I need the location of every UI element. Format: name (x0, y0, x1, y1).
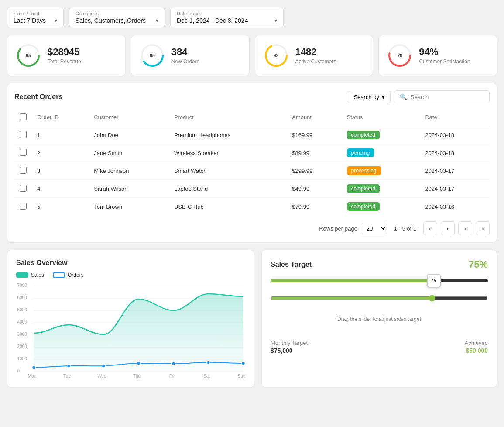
cell-amount: $89.99 (287, 144, 341, 162)
cell-product: Smart Watch (169, 162, 287, 180)
first-page-button[interactable]: « (423, 221, 437, 235)
rows-per-page-label: Rows per page (319, 225, 357, 232)
cell-product: Wireless Speaker (169, 144, 287, 162)
chart-legend: Sales Orders (16, 272, 245, 278)
sales-overview-section: Sales Overview Sales Orders 7000 6000 50… (7, 250, 254, 388)
row-checkbox[interactable] (20, 185, 27, 192)
sales-chart-svg: 7000 6000 5000 4000 3000 2000 1000 0 (16, 282, 245, 379)
col-amount: Amount (287, 109, 341, 126)
col-status: Status (342, 109, 420, 126)
prev-page-button[interactable]: ‹ (441, 221, 455, 235)
search-by-label: Search by (353, 94, 379, 100)
svg-point-30 (242, 362, 245, 365)
stat-card-orders: 65 384 New Orders (131, 35, 250, 76)
svg-point-26 (102, 364, 106, 368)
cell-date: 2024-03-18 (420, 126, 490, 144)
filters-bar: Time Period Last 7 Days ▾ Categories Sal… (7, 7, 497, 28)
pagination-info: 1 - 5 of 1 (394, 225, 416, 232)
time-period-chevron-icon: ▾ (55, 17, 57, 24)
table-row: 2 Jane Smith Wireless Speaker $89.99 pen… (14, 144, 490, 162)
cell-amount: $299.99 (287, 162, 341, 180)
cell-amount: $169.99 (287, 126, 341, 144)
rows-per-page-select[interactable]: 20 50 100 (361, 223, 387, 234)
stat-info-orders: 384 New Orders (171, 46, 199, 65)
status-badge: processing (347, 166, 381, 175)
cell-customer: Jane Smith (89, 144, 169, 162)
table-row: 3 Mike Johnson Smart Watch $299.99 proce… (14, 162, 490, 180)
donut-label-customers: 92 (273, 53, 278, 58)
date-range-value: Dec 1, 2024 - Dec 8, 2024 ▾ (177, 17, 277, 24)
cell-customer: Mike Johnson (89, 162, 169, 180)
sales-target-slider[interactable] (271, 295, 488, 302)
donut-label-revenue: 85 (26, 53, 31, 58)
legend-sales: Sales (16, 272, 44, 278)
svg-text:Sat: Sat (203, 374, 210, 379)
next-page-button[interactable]: › (458, 221, 472, 235)
select-all-checkbox[interactable] (20, 113, 27, 120)
stat-info-customers: 1482 Active Customers (295, 46, 336, 65)
cell-status: processing (342, 162, 420, 180)
donut-satisfaction: 78 (387, 43, 412, 68)
cell-status: completed (342, 180, 420, 198)
legend-sales-label: Sales (31, 272, 44, 278)
svg-text:Fri: Fri (169, 374, 175, 379)
monthly-target-item: Monthly Target $75,000 (271, 340, 308, 354)
svg-text:Thu: Thu (133, 374, 141, 379)
achieved-item: Achieved $50,000 (465, 340, 488, 354)
row-checkbox[interactable] (20, 167, 27, 174)
time-period-label: Time Period (14, 11, 57, 16)
svg-text:Wed: Wed (97, 374, 106, 379)
search-by-button[interactable]: Search by ▾ (348, 91, 391, 103)
slider-track: 75 (271, 279, 488, 282)
cell-status: pending (342, 144, 420, 162)
monthly-target-label: Monthly Target (271, 340, 308, 346)
svg-text:6000: 6000 (17, 295, 27, 300)
svg-text:4000: 4000 (17, 320, 27, 324)
stat-desc-revenue: Total Revenue (48, 59, 81, 65)
svg-text:7000: 7000 (17, 283, 27, 288)
legend-orders-icon (53, 272, 65, 278)
date-range-filter[interactable]: Date Range Dec 1, 2024 - Dec 8, 2024 ▾ (170, 7, 284, 28)
pagination: Rows per page 20 50 100 1 - 5 of 1 « ‹ ›… (14, 221, 490, 235)
target-footer: Monthly Target $75,000 Achieved $50,000 (271, 340, 488, 354)
svg-text:Mon: Mon (28, 374, 36, 379)
date-range-label: Date Range (177, 11, 277, 16)
legend-orders: Orders (53, 272, 84, 278)
categories-filter[interactable]: Categories Sales, Customers, Orders ▾ (69, 7, 165, 28)
search-input[interactable] (411, 94, 484, 100)
time-period-filter[interactable]: Time Period Last 7 Days ▾ (7, 7, 64, 28)
cell-order-id: 2 (32, 144, 89, 162)
time-period-value: Last 7 Days ▾ (14, 17, 57, 24)
stat-desc-satisfaction: Customer Satisfaction (419, 59, 470, 65)
svg-text:Tue: Tue (63, 374, 71, 379)
last-page-button[interactable]: » (476, 221, 490, 235)
stat-card-satisfaction: 78 94% Customer Satisfaction (378, 35, 497, 76)
cell-product: Premium Headphones (169, 126, 287, 144)
sales-overview-title: Sales Overview (16, 259, 245, 267)
stat-value-orders: 384 (171, 46, 199, 58)
col-customer: Customer (89, 109, 169, 126)
table-row: 1 John Doe Premium Headphones $169.99 co… (14, 126, 490, 144)
slider-value: 75 (431, 278, 436, 284)
cell-customer: Sarah Wilson (89, 180, 169, 198)
svg-point-25 (67, 364, 71, 368)
cell-date: 2024-03-16 (420, 198, 490, 216)
slider-fill (271, 279, 434, 282)
donut-orders: 65 (140, 43, 165, 68)
row-checkbox[interactable] (20, 203, 27, 210)
cell-product: USB-C Hub (169, 198, 287, 216)
row-checkbox[interactable] (20, 131, 27, 138)
date-range-chevron-icon: ▾ (274, 17, 277, 24)
donut-label-satisfaction: 78 (397, 53, 402, 58)
bottom-row: Sales Overview Sales Orders 7000 6000 50… (7, 250, 497, 388)
donut-revenue: 85 (16, 43, 41, 68)
slider-thumb-wrap: 75 (427, 274, 441, 288)
cell-order-id: 4 (32, 180, 89, 198)
row-checkbox[interactable] (20, 149, 27, 156)
cell-status: completed (342, 198, 420, 216)
status-badge: completed (347, 131, 380, 139)
slider-thumb[interactable]: 75 (427, 274, 441, 288)
svg-point-24 (32, 366, 36, 369)
svg-point-27 (137, 362, 141, 365)
stat-desc-customers: Active Customers (295, 59, 336, 65)
